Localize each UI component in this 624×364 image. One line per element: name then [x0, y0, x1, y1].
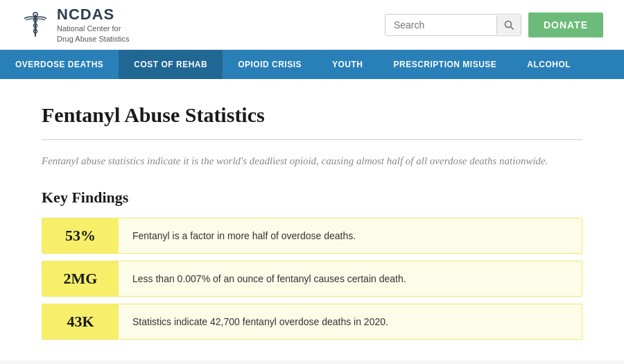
- nav-item-cost-of-rehab[interactable]: COST OF REHAB: [119, 50, 223, 79]
- section-title: Key Findings: [42, 189, 582, 207]
- finding-text-0: Fentanyl is a factor in more half of ove…: [119, 219, 370, 253]
- finding-text-1: Less than 0.007% of an ounce of fentanyl…: [119, 262, 420, 296]
- finding-card-1: 2MG Less than 0.007% of an ounce of fent…: [42, 261, 582, 297]
- logo-subtitle: National Center for Drug Abuse Statistic…: [57, 24, 130, 44]
- findings-list: 53% Fentanyl is a factor in more half of…: [42, 218, 582, 340]
- subtitle: Fentanyl abuse statistics indicate it is…: [42, 153, 582, 169]
- logo-text: NCDAS National Center for Drug Abuse Sta…: [57, 6, 130, 44]
- search-input[interactable]: [385, 15, 496, 35]
- logo-area: NCDAS National Center for Drug Abuse Sta…: [21, 6, 130, 44]
- finding-card-0: 53% Fentanyl is a factor in more half of…: [42, 218, 582, 254]
- header-right: DONATE: [385, 12, 603, 37]
- divider: [42, 139, 582, 140]
- donate-button[interactable]: DONATE: [528, 12, 603, 37]
- search-button[interactable]: [496, 15, 521, 35]
- nav-item-youth[interactable]: YOUTH: [317, 50, 379, 79]
- main-nav: OVERDOSE DEATHS COST OF REHAB OPIOID CRI…: [0, 50, 624, 79]
- logo-icon: [21, 10, 50, 40]
- search-icon: [504, 20, 514, 30]
- finding-stat-0: 53%: [42, 218, 119, 253]
- logo-ncdas: NCDAS: [57, 6, 130, 24]
- page-title: Fentanyl Abuse Statistics: [42, 103, 582, 127]
- nav-item-opioid-crisis[interactable]: OPIOID CRISIS: [223, 50, 317, 79]
- finding-card-2: 43K Statistics indicate 42,700 fentanyl …: [42, 304, 582, 340]
- svg-line-3: [510, 26, 513, 29]
- finding-text-2: Statistics indicate 42,700 fentanyl over…: [119, 305, 402, 339]
- nav-item-overdose-deaths[interactable]: OVERDOSE DEATHS: [0, 50, 119, 79]
- nav-item-alcohol[interactable]: ALCOHOL: [512, 50, 586, 79]
- finding-stat-1: 2MG: [42, 261, 119, 296]
- main-content: Fentanyl Abuse Statistics Fentanyl abuse…: [0, 79, 624, 361]
- nav-item-prescription-misuse[interactable]: PRESCRIPTION MISUSE: [379, 50, 512, 79]
- finding-stat-2: 43K: [42, 304, 119, 339]
- search-container: [385, 14, 521, 36]
- site-header: NCDAS National Center for Drug Abuse Sta…: [0, 0, 624, 50]
